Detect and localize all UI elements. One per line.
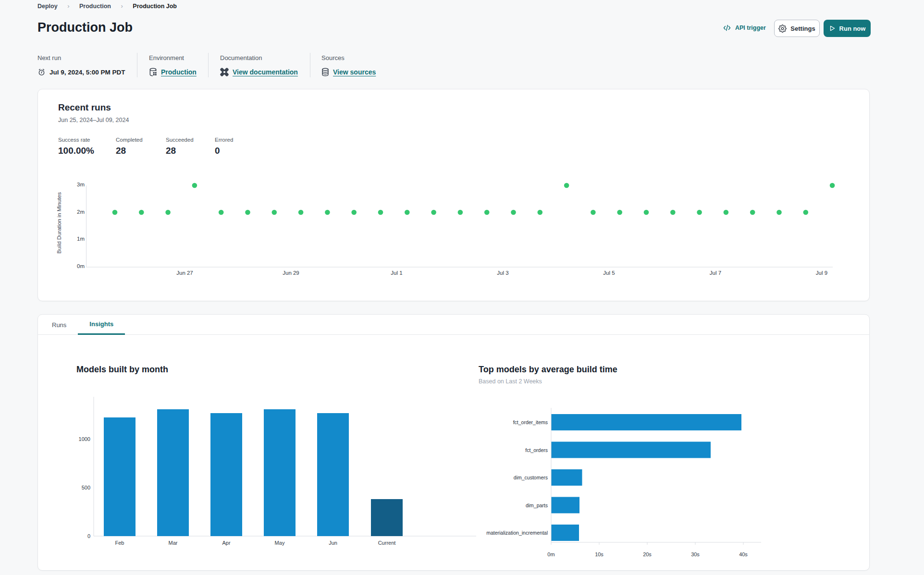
svg-text:1m: 1m — [77, 236, 85, 242]
svg-text:1000: 1000 — [79, 436, 90, 442]
svg-text:fct_order_items: fct_order_items — [513, 419, 548, 425]
svg-text:0m: 0m — [77, 263, 85, 269]
svg-text:fct_orders: fct_orders — [525, 447, 548, 453]
svg-text:3m: 3m — [77, 182, 85, 187]
svg-text:Feb: Feb — [115, 540, 124, 546]
svg-text:10s: 10s — [595, 551, 604, 557]
svg-text:0m: 0m — [547, 551, 554, 557]
svg-text:2m: 2m — [77, 209, 85, 215]
svg-text:500: 500 — [82, 485, 90, 490]
svg-text:Jul 9: Jul 9 — [816, 270, 827, 276]
svg-text:Jul 3: Jul 3 — [497, 270, 508, 276]
svg-text:Mar: Mar — [169, 540, 178, 546]
svg-text:30s: 30s — [691, 551, 700, 557]
svg-text:Current: Current — [378, 540, 396, 546]
svg-text:materialization_incremental: materialization_incremental — [486, 530, 548, 536]
svg-text:Jul 7: Jul 7 — [710, 270, 721, 276]
svg-text:Jun: Jun — [329, 540, 337, 546]
svg-text:20s: 20s — [643, 551, 652, 557]
svg-text:Jun 27: Jun 27 — [176, 270, 193, 276]
svg-text:Build Duration in Minutes: Build Duration in Minutes — [56, 192, 62, 254]
svg-text:Apr: Apr — [222, 540, 230, 546]
svg-text:dim_customers: dim_customers — [514, 475, 548, 480]
svg-text:40s: 40s — [739, 551, 748, 557]
svg-text:Jun 29: Jun 29 — [283, 270, 299, 276]
svg-text:Jul 1: Jul 1 — [391, 270, 402, 276]
svg-text:dim_parts: dim_parts — [526, 502, 548, 508]
svg-text:0: 0 — [87, 533, 90, 539]
svg-text:May: May — [275, 540, 285, 546]
svg-text:Jul 5: Jul 5 — [603, 270, 615, 276]
